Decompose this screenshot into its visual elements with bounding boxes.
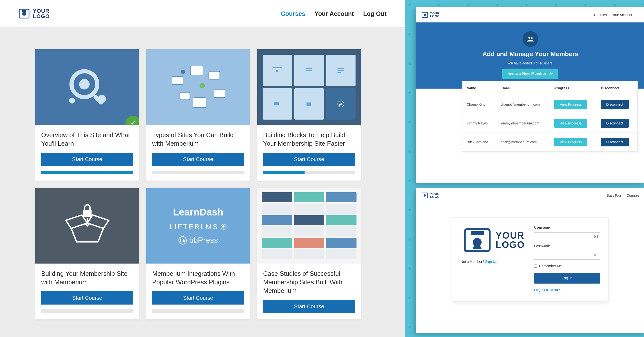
progress-bar [152, 171, 244, 174]
course-card[interactable]: Building Blocks To Help Build Your Membe… [257, 49, 361, 181]
svg-rect-21 [338, 70, 344, 71]
course-card[interactable]: LearnDash LIFTERLMS bb bbPress Memberium… [146, 188, 250, 319]
nav-courses[interactable]: Courses [594, 13, 607, 17]
preview-column: YOURLOGO Courses Your Account L Add and … [405, 0, 644, 337]
th-email: Email [496, 81, 550, 95]
chat-mini-icon [273, 101, 282, 107]
th-disconnect: Disconnect [596, 81, 638, 95]
login-screen: YOURLOGO Start Tour Courses [416, 188, 644, 333]
th-progress: Progress [550, 81, 596, 95]
signup-prompt: Not a Member? Sign Up [461, 260, 527, 263]
user-plus-icon [549, 72, 553, 76]
nav-logout[interactable]: Log Out [363, 10, 386, 17]
forgot-password-link[interactable]: Forgot Password? [534, 288, 600, 292]
cell-name: Kimmy Reyes [462, 114, 496, 133]
svg-point-1 [22, 12, 26, 16]
hero-title: Add and Manage Your Members [482, 50, 578, 58]
start-course-button[interactable]: Start Course [41, 153, 133, 166]
user-input-icon [594, 234, 598, 239]
start-course-button[interactable]: Start Course [263, 153, 355, 166]
start-course-button[interactable]: Start Course [263, 300, 355, 313]
login-button[interactable]: Log In [534, 273, 600, 283]
progress-bar [152, 309, 244, 313]
disconnect-button[interactable]: Disconnect [601, 100, 628, 109]
nav-account[interactable]: Your Account [612, 13, 632, 17]
password-label: Password: [534, 244, 600, 248]
table-row: Kimmy Reyes kimmy@memberium.com View Pro… [462, 114, 638, 133]
layout-grid-icon [257, 49, 361, 125]
header-bar: YOUR LOGO Courses Your Account Log Out [0, 0, 405, 27]
cell-name: Brick Tamland [462, 133, 496, 152]
signup-link[interactable]: Sign Up [485, 260, 497, 263]
logo-icon [421, 12, 428, 18]
course-card[interactable]: Overview of This Site and What You'll Le… [35, 49, 139, 181]
courses-body: Overview of This Site and What You'll Le… [0, 27, 405, 337]
password-field[interactable] [534, 251, 600, 260]
start-course-button[interactable]: Start Course [152, 291, 244, 304]
view-progress-button[interactable]: View Progress [554, 119, 587, 128]
svg-rect-11 [214, 90, 225, 98]
svg-rect-22 [338, 72, 341, 73]
users-icon [522, 31, 538, 47]
site-logo[interactable]: YOURLOGO [421, 12, 440, 18]
svg-point-7 [69, 98, 75, 104]
course-card[interactable]: Types of Sites You Can Build with Member… [146, 49, 250, 181]
lock-mini-icon [273, 67, 282, 74]
course-card[interactable]: Case Studies of Successful Membership Si… [257, 188, 361, 319]
view-progress-button[interactable]: View Progress [554, 100, 587, 109]
svg-point-14 [200, 83, 205, 89]
username-label: Username: [534, 225, 600, 229]
floating-windows-icon [164, 60, 232, 114]
nav-courses[interactable]: Courses [281, 10, 305, 17]
logo-icon [421, 192, 428, 199]
site-logo[interactable]: YOURLOGO [421, 192, 440, 199]
svg-point-31 [424, 14, 426, 16]
cell-email: brick@memberium.com [496, 133, 550, 152]
table-row: Champ Kind champ@memberium.com View Prog… [462, 95, 638, 114]
hero-subtitle: You have added 3 of 10 users. [507, 61, 553, 65]
nav-logout-partial[interactable]: L [638, 13, 639, 17]
courses-screen: YOUR LOGO Courses Your Account Log Out [0, 0, 405, 337]
progress-bar [263, 171, 355, 174]
open-box-lock-icon [60, 201, 114, 250]
svg-rect-26 [83, 210, 92, 217]
key-input-icon [594, 253, 598, 257]
start-course-button[interactable]: Start Course [152, 153, 244, 166]
svg-rect-13 [190, 66, 203, 75]
cell-name: Champ Kind [462, 95, 496, 114]
bbpress-icon: bb [178, 236, 187, 244]
cell-email: kimmy@memberium.com [496, 114, 550, 133]
site-logo[interactable]: YOUR LOGO [18, 8, 50, 20]
course-title: Types of Sites You Can Build with Member… [152, 131, 244, 148]
disconnect-button[interactable]: Disconnect [601, 119, 628, 128]
nav-start-tour[interactable]: Start Tour [606, 193, 621, 197]
course-title: Case Studies of Successful Membership Si… [263, 269, 355, 295]
svg-point-33 [531, 37, 532, 39]
learndash-label: LearnDash [173, 207, 223, 218]
members-hero: Add and Manage Your Members You have add… [416, 23, 644, 89]
username-field[interactable] [534, 232, 600, 241]
svg-point-42 [594, 254, 596, 256]
svg-rect-23 [274, 102, 279, 105]
bbpress-label: bb bbPress [178, 236, 218, 245]
tiles-grid-icon [257, 188, 361, 263]
complete-badge-icon [125, 116, 139, 125]
view-progress-button[interactable]: View Progress [554, 138, 587, 146]
course-thumbnail [35, 188, 139, 263]
svg-point-41 [595, 236, 596, 237]
course-title: Overview of This Site and What You'll Le… [41, 131, 133, 148]
box-mini-icon [304, 101, 313, 107]
svg-rect-38 [470, 231, 484, 235]
lifterlms-label: LIFTERLMS [170, 223, 227, 231]
course-card[interactable]: Building Your Membership Site with Membe… [35, 188, 139, 319]
members-table: Name Email Progress Disconnect Champ Kin… [462, 81, 638, 151]
form-mini-icon [336, 67, 345, 74]
invite-member-button[interactable]: Invite a New Member [502, 69, 558, 79]
nav-courses[interactable]: Courses [627, 193, 639, 197]
disconnect-button[interactable]: Disconnect [601, 138, 628, 146]
start-course-button[interactable]: Start Course [41, 291, 133, 304]
remember-me-checkbox[interactable]: Remember Me [534, 264, 600, 268]
nav-account[interactable]: Your Account [314, 10, 354, 17]
progress-bar [41, 171, 133, 174]
remember-checkbox[interactable] [534, 264, 537, 268]
